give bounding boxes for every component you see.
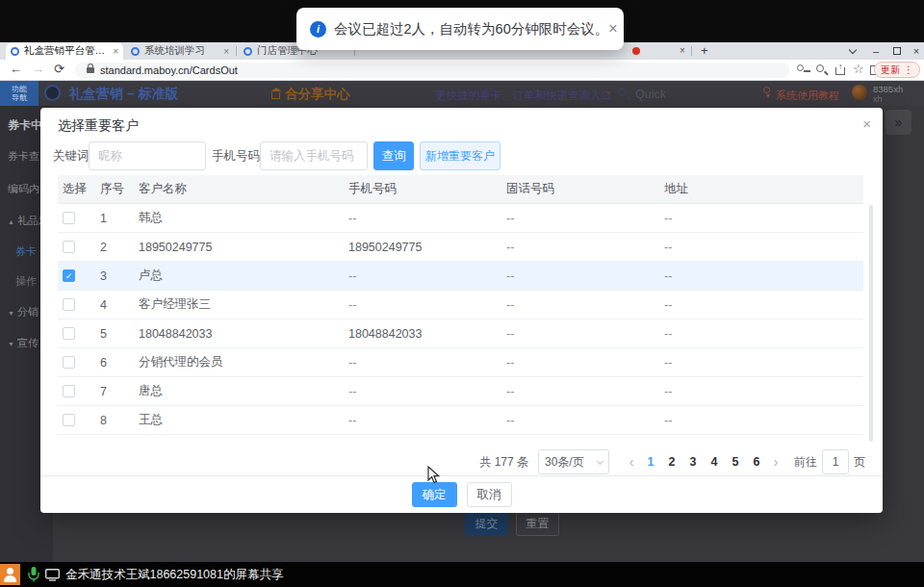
dialog-title: 选择重要客户 [58,117,139,135]
location-pin-icon [763,87,770,93]
nav-toggle-line2: 导航 [0,93,38,102]
drawer-expand-button[interactable]: » [886,110,911,135]
info-icon: i [310,21,326,38]
table-row[interactable]: 8 王总 -- -- -- [58,406,863,435]
table-row[interactable]: 4 客户经理张三 -- -- -- [58,291,863,319]
nav-toggle-button[interactable]: 功能 导航 [0,81,38,106]
table-row[interactable]: 7 唐总 -- -- -- [58,377,863,406]
window-close-button[interactable]: × [907,42,924,60]
new-tab-button[interactable]: + [701,43,708,58]
back-icon[interactable]: ← [10,62,22,76]
col-tel: 固话号码 [506,181,664,197]
monitor-icon [45,569,60,581]
username-sub: xh [873,94,883,104]
row-checkbox[interactable] [63,414,75,426]
tutorial-link[interactable]: 系统使用教程 [776,89,839,103]
table-row[interactable]: 6 分销代理的会员 -- -- -- [58,348,863,377]
page-6[interactable]: 6 [746,455,767,469]
row-checkbox[interactable] [63,385,75,397]
zoom-icon[interactable] [816,64,824,72]
goto-label: 前往 [794,454,817,471]
page-4[interactable]: 4 [704,455,725,469]
mouse-cursor [427,466,440,484]
table-scrollbar[interactable] [869,205,873,442]
reset-button-dimmed[interactable]: 重置 [516,512,559,536]
window-minimize-button[interactable]: – [866,42,886,60]
table-row-selected[interactable]: ✓ 3 卢总 -- -- -- [58,262,863,291]
table-row[interactable]: 2 18950249775 18950249775 -- -- [58,233,863,262]
submit-button-dimmed[interactable]: 提交 [465,512,508,536]
window-maximize-button[interactable] [887,42,907,60]
update-label: 更新 [881,64,900,77]
row-checkbox[interactable] [63,241,75,253]
tab-close-icon[interactable]: × [680,45,685,56]
sidebar-section-title: 券卡中 [8,117,42,134]
confirm-button[interactable]: 确定 [412,482,457,507]
dialog-close-icon[interactable]: × [862,115,871,132]
keyword-input[interactable] [89,141,206,170]
page-3[interactable]: 3 [682,455,704,469]
sidebar-item-card-query[interactable]: 券卡查 [8,149,39,164]
col-address: 地址 [664,181,863,197]
tab-close-icon[interactable]: × [223,46,229,57]
house-icon [271,92,280,99]
add-customer-button[interactable]: 新增重要客户 [420,141,500,170]
page-1[interactable]: 1 [640,455,661,469]
goto-page-input[interactable] [822,449,849,474]
table-row[interactable]: 5 18048842033 18048842033 -- -- [58,319,863,348]
prev-page-icon[interactable]: ‹ [623,454,640,470]
sharer-avatar-icon [0,564,20,585]
col-select: 选择 [58,181,98,197]
row-checkbox[interactable] [63,356,75,369]
page-2[interactable]: 2 [661,455,682,469]
table-row[interactable]: 1 韩总 -- -- -- [58,204,863,233]
tab-close-icon[interactable]: × [113,46,118,57]
site-favicon-icon [11,47,19,56]
tab-divider [691,46,692,56]
page-5[interactable]: 5 [725,455,746,469]
window-search-tabs-button[interactable] [843,42,862,60]
password-key-icon[interactable] [797,64,804,71]
microphone-icon [28,567,39,582]
share-icon[interactable] [835,67,845,75]
row-checkbox[interactable] [63,298,75,311]
address-bar[interactable]: standard.maboy.cn/CardsOut [75,63,789,78]
reload-icon[interactable]: ⟳ [54,62,64,76]
pagination-total: 共 177 条 [479,454,528,471]
cancel-button[interactable]: 取消 [467,482,512,507]
toast-close-icon[interactable]: × [608,20,617,38]
sidebar-item-distribution-group[interactable]: ▼分销 [8,305,38,319]
sidebar-item-code[interactable]: 编码内 [8,182,39,196]
forward-icon[interactable]: → [32,62,44,76]
browser-tab-partial[interactable] [628,42,678,60]
browser-tab-gift-admin[interactable]: 礼盒营销平台管理中心 × [6,42,123,60]
browser-toolbar: ← → ⟳ standard.maboy.cn/CardsOut ☆ 更新 ⋮ [0,60,924,81]
quick-search-icon[interactable] [618,88,627,96]
goto-suffix: 页 [854,454,865,471]
query-button[interactable]: 查询 [373,141,414,170]
sidebar-item-operation[interactable]: 操作 [15,274,37,289]
lock-icon [87,67,94,73]
user-avatar[interactable] [852,85,867,100]
brand-logo-icon [44,85,61,101]
sidebar-item-promotion-group[interactable]: ▼宣传 [8,336,38,350]
col-mobile: 手机号码 [348,181,506,197]
site-favicon-icon [131,47,140,56]
pagination: 共 177 条 30条/页 ‹ 1 2 3 4 5 6 › 前往 页 [479,448,865,475]
page-size-select[interactable]: 30条/页 [538,449,609,474]
quick-search-label[interactable]: Quick [635,88,666,101]
row-checkbox[interactable] [63,327,75,340]
customer-table: 选择 序号 客户名称 手机号码 固话号码 地址 1 韩总 -- -- -- 2 … [58,175,863,435]
bookmark-star-icon[interactable]: ☆ [853,63,865,75]
phone-input[interactable] [260,141,368,170]
nav-toggle-line1: 功能 [0,85,38,93]
more-menu-icon[interactable]: ⋮ [904,64,913,75]
row-checkbox[interactable] [63,212,75,224]
next-page-icon[interactable]: › [767,454,784,470]
browser-update-button[interactable]: 更新 ⋮ [874,62,920,78]
share-bar-text: 金禾通技术王斌18662591081的屏幕共享 [65,567,283,583]
browser-tab-training[interactable]: 系统培训学习 × [126,42,234,60]
sidebar-item-card-active[interactable]: 券卡 [15,244,37,259]
share-center-link[interactable]: 合分享中心 [271,86,350,103]
row-checkbox-checked[interactable]: ✓ [63,269,75,282]
